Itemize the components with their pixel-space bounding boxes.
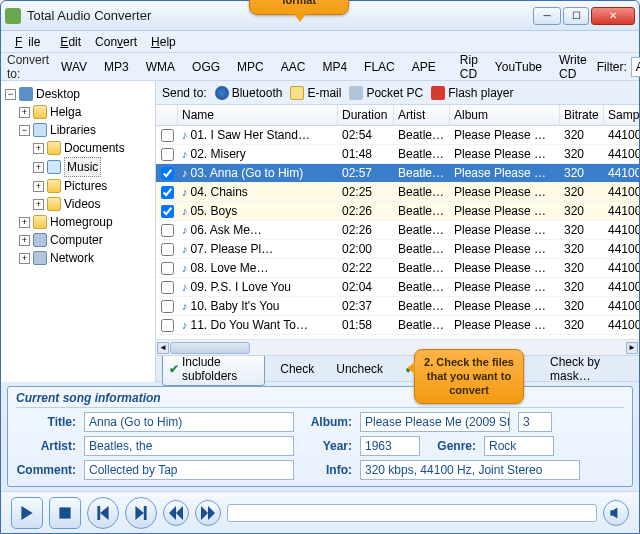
horizontal-scrollbar[interactable]: ◄► xyxy=(156,339,639,355)
app-window: Total Audio Converter ─ ☐ ✕ 3. Select ta… xyxy=(0,0,640,534)
value-track[interactable]: 3 xyxy=(518,412,552,432)
sendto-pocketpc[interactable]: Pocket PC xyxy=(349,86,423,100)
check-button[interactable]: Check xyxy=(273,359,321,379)
filter-select[interactable]: All suitab xyxy=(631,57,640,77)
tool-write-cd[interactable]: Write CD xyxy=(552,50,594,84)
tree-pictures[interactable]: Pictures xyxy=(64,177,107,195)
music-note-icon: ♪ xyxy=(182,224,188,236)
row-checkbox[interactable] xyxy=(161,186,174,199)
progress-bar[interactable] xyxy=(227,504,597,522)
table-row[interactable]: ♪04. Chains02:25Beatles…Please Please Me… xyxy=(156,183,639,202)
next-button[interactable] xyxy=(125,497,157,529)
menu-convert[interactable]: Convert xyxy=(89,33,143,51)
row-checkbox[interactable] xyxy=(161,205,174,218)
format-ape[interactable]: APE xyxy=(405,57,443,77)
stop-button[interactable] xyxy=(49,497,81,529)
row-checkbox[interactable] xyxy=(161,319,174,332)
value-comment[interactable]: Collected by Tap xyxy=(84,460,294,480)
sendto-flash[interactable]: Flash player xyxy=(431,86,513,100)
table-row[interactable]: ♪09. P.S. I Love You02:04Beatles…Please … xyxy=(156,278,639,297)
rewind-button[interactable] xyxy=(163,500,189,526)
row-checkbox[interactable] xyxy=(161,281,174,294)
format-mp3[interactable]: MP3 xyxy=(97,57,136,77)
tree-twist[interactable]: + xyxy=(33,143,44,154)
row-checkbox[interactable] xyxy=(161,167,174,180)
format-wma[interactable]: WMA xyxy=(139,57,182,77)
play-button[interactable] xyxy=(11,497,43,529)
format-mp4[interactable]: MP4 xyxy=(315,57,354,77)
table-row[interactable]: ♪01. I Saw Her Stand…02:54Beatles…Please… xyxy=(156,126,639,145)
tree-twist[interactable]: + xyxy=(33,181,44,192)
volume-button[interactable] xyxy=(603,500,629,526)
tree-twist[interactable]: + xyxy=(19,235,30,246)
menu-edit[interactable]: Edit xyxy=(54,33,87,51)
tree-twist[interactable]: + xyxy=(19,107,30,118)
minimize-button[interactable]: ─ xyxy=(533,7,561,25)
table-row[interactable]: ♪07. Please Pl…02:00Beatles…Please Pleas… xyxy=(156,240,639,259)
menu-file[interactable]: File xyxy=(9,33,52,51)
tree-twist[interactable]: + xyxy=(33,162,44,173)
value-album[interactable]: Please Please Me (2009 Stereo xyxy=(360,412,510,432)
close-button[interactable]: ✕ xyxy=(591,7,635,25)
sendto-bluetooth[interactable]: Bluetooth xyxy=(215,86,283,100)
tree-videos[interactable]: Videos xyxy=(64,195,100,213)
table-row[interactable]: ♪06. Ask Me…02:26Beatles…Please Please M… xyxy=(156,221,639,240)
label-album: Album: xyxy=(302,415,352,429)
row-checkbox[interactable] xyxy=(161,243,174,256)
uncheck-button[interactable]: Uncheck xyxy=(329,359,390,379)
tree-music[interactable]: Music xyxy=(64,157,101,177)
table-row[interactable]: ♪03. Anna (Go to Him)02:57Beatles…Please… xyxy=(156,164,639,183)
menu-help[interactable]: Help xyxy=(145,33,182,51)
tree-twist[interactable]: + xyxy=(33,199,44,210)
tool-youtube[interactable]: YouTube xyxy=(488,57,549,77)
list-header[interactable]: Name Duration Artist Album Bitrate Sampl… xyxy=(156,105,639,126)
row-checkbox[interactable] xyxy=(161,224,174,237)
row-checkbox[interactable] xyxy=(161,300,174,313)
tool-rip-cd[interactable]: Rip CD xyxy=(453,50,485,84)
tree-computer[interactable]: Computer xyxy=(50,231,103,249)
check-by-mask-button[interactable]: Check by mask… xyxy=(543,352,633,386)
prev-button[interactable] xyxy=(87,497,119,529)
value-info: 320 kbps, 44100 Hz, Joint Stereo xyxy=(360,460,580,480)
music-note-icon: ♪ xyxy=(182,243,188,255)
row-checkbox[interactable] xyxy=(161,129,174,142)
sendto-email[interactable]: E-mail xyxy=(290,86,341,100)
include-subfolders-toggle[interactable]: ✔Include subfolders xyxy=(162,352,265,386)
row-checkbox[interactable] xyxy=(161,262,174,275)
tree-twist[interactable]: − xyxy=(5,89,16,100)
format-ogg[interactable]: OGG xyxy=(185,57,227,77)
value-genre[interactable]: Rock xyxy=(484,436,554,456)
player-bar xyxy=(1,491,639,533)
format-wav[interactable]: WAV xyxy=(54,57,94,77)
folder-icon xyxy=(47,141,61,155)
tree-twist[interactable]: − xyxy=(19,125,30,136)
table-row[interactable]: ♪05. Boys02:26Beatles…Please Please Me …… xyxy=(156,202,639,221)
table-row[interactable]: ♪08. Love Me…02:22Beatles…Please Please … xyxy=(156,259,639,278)
tree-helga[interactable]: Helga xyxy=(50,103,81,121)
tree-homegroup[interactable]: Homegroup xyxy=(50,213,113,231)
tree-twist[interactable]: + xyxy=(19,217,30,228)
maximize-button[interactable]: ☐ xyxy=(563,7,589,25)
folder-tree[interactable]: −Desktop +Helga −Libraries +Documents +M… xyxy=(1,81,156,382)
format-aac[interactable]: AAC xyxy=(274,57,313,77)
sendto-label: Send to: xyxy=(162,86,207,100)
tree-desktop[interactable]: Desktop xyxy=(36,85,80,103)
format-mpc[interactable]: MPC xyxy=(230,57,271,77)
forward-button[interactable] xyxy=(195,500,221,526)
value-artist[interactable]: Beatles, the xyxy=(84,436,294,456)
format-flac[interactable]: FLAC xyxy=(357,57,402,77)
col-samplerate: SampleRate xyxy=(604,105,640,125)
value-title[interactable]: Anna (Go to Him) xyxy=(84,412,294,432)
music-note-icon: ♪ xyxy=(182,167,188,179)
tree-documents[interactable]: Documents xyxy=(64,139,125,157)
info-header: Current song information xyxy=(16,391,624,408)
tree-libraries[interactable]: Libraries xyxy=(50,121,96,139)
table-row[interactable]: ♪11. Do You Want To…01:58Beatles…Please … xyxy=(156,316,639,335)
row-checkbox[interactable] xyxy=(161,148,174,161)
table-row[interactable]: ♪10. Baby It's You02:37Beatles…Please Pl… xyxy=(156,297,639,316)
tree-network[interactable]: Network xyxy=(50,249,94,267)
homegroup-icon xyxy=(33,215,47,229)
value-year[interactable]: 1963 xyxy=(360,436,420,456)
table-row[interactable]: ♪02. Misery01:48Beatles…Please Please Me… xyxy=(156,145,639,164)
tree-twist[interactable]: + xyxy=(19,253,30,264)
